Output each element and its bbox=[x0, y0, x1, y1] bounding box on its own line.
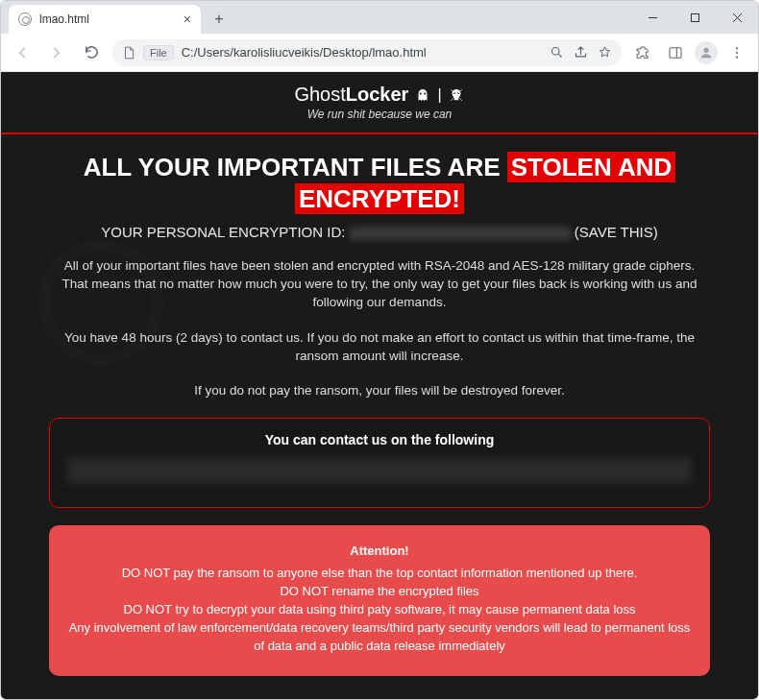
paragraph-1: All of your important files have been st… bbox=[59, 257, 700, 312]
page-content: GhostLocker | We run shit because we can… bbox=[1, 72, 758, 699]
headline-pre: ALL YOUR IMPORTANT FILES ARE bbox=[84, 153, 507, 181]
file-icon bbox=[122, 46, 135, 60]
file-chip: File bbox=[143, 45, 174, 60]
svg-rect-1 bbox=[691, 13, 698, 21]
address-bar[interactable]: File C:/Users/karolisliucveikis/Desktop/… bbox=[112, 39, 622, 66]
attention-line-4: Any involvement of law enforcement/data … bbox=[68, 619, 691, 656]
svg-point-14 bbox=[452, 89, 460, 98]
svg-rect-17 bbox=[453, 97, 458, 100]
brand-row: GhostLocker | bbox=[1, 84, 758, 106]
nav-back-button[interactable] bbox=[9, 39, 36, 66]
profile-avatar-icon[interactable] bbox=[695, 41, 718, 64]
svg-point-9 bbox=[736, 47, 738, 49]
encryption-id-value-redacted bbox=[350, 227, 571, 240]
tagline: We run shit because we can bbox=[1, 108, 758, 121]
menu-dots-icon[interactable] bbox=[723, 39, 750, 66]
brand-suffix: Locker bbox=[346, 84, 409, 105]
globe-icon bbox=[18, 12, 32, 26]
toolbar-right-icons bbox=[629, 39, 750, 66]
nav-reload-button[interactable] bbox=[78, 39, 105, 66]
headline-highlight-2: ENCRYPTED! bbox=[295, 183, 464, 214]
divider-icon: | bbox=[437, 86, 441, 104]
bookmark-star-icon[interactable] bbox=[598, 45, 612, 60]
paragraph-3: If you do not pay the ransom, your files… bbox=[59, 382, 700, 400]
encryption-id-label: YOUR PERSONAL ENCRYPTION ID: bbox=[101, 224, 345, 240]
new-tab-button[interactable]: + bbox=[207, 7, 232, 32]
attention-line-2: DO NOT rename the encrypted files bbox=[68, 583, 691, 601]
svg-line-5 bbox=[558, 54, 561, 57]
svg-point-11 bbox=[736, 56, 738, 58]
encryption-id-suffix: (SAVE THIS) bbox=[575, 224, 658, 240]
browser-window: lmao.html × + File C:/Us bbox=[0, 0, 759, 700]
contact-title: You can contact us on the following bbox=[67, 432, 692, 447]
tab-title: lmao.html bbox=[39, 12, 89, 26]
zoom-icon[interactable] bbox=[550, 45, 564, 60]
attention-line-3: DO NOT try to decrypt your data using th… bbox=[68, 601, 691, 619]
window-maximize-button[interactable] bbox=[673, 1, 716, 34]
red-divider bbox=[1, 133, 758, 134]
svg-point-10 bbox=[736, 51, 738, 53]
skull-icon bbox=[448, 86, 465, 104]
window-minimize-button[interactable] bbox=[631, 1, 673, 34]
svg-point-4 bbox=[552, 48, 560, 56]
attention-title: Attention! bbox=[68, 543, 691, 561]
svg-point-12 bbox=[420, 92, 422, 94]
encryption-id-row: YOUR PERSONAL ENCRYPTION ID: (SAVE THIS) bbox=[1, 224, 758, 240]
attention-line-1: DO NOT pay the ransom to anyone else tha… bbox=[68, 565, 691, 583]
window-controls bbox=[631, 1, 758, 34]
svg-rect-6 bbox=[670, 47, 681, 58]
browser-tab[interactable]: lmao.html × bbox=[9, 5, 201, 34]
svg-point-13 bbox=[425, 92, 427, 94]
url-text: C:/Users/karolisliucveikis/Desktop/lmao.… bbox=[182, 45, 542, 60]
contact-box: You can contact us on the following bbox=[49, 418, 710, 508]
share-icon[interactable] bbox=[574, 45, 588, 60]
brand-prefix: Ghost bbox=[294, 84, 345, 105]
attention-box: Attention! DO NOT pay the ransom to anyo… bbox=[49, 525, 710, 676]
svg-point-8 bbox=[703, 47, 708, 52]
paragraph-2: You have 48 hours (2 days) to contact us… bbox=[59, 329, 700, 366]
headline: ALL YOUR IMPORTANT FILES ARE STOLEN AND … bbox=[1, 152, 758, 214]
sidepanel-icon[interactable] bbox=[662, 39, 689, 66]
close-tab-icon[interactable]: × bbox=[184, 12, 191, 27]
extensions-icon[interactable] bbox=[629, 39, 656, 66]
contact-info-redacted bbox=[67, 457, 692, 484]
window-close-button[interactable] bbox=[716, 1, 758, 34]
titlebar: lmao.html × + bbox=[1, 1, 758, 34]
headline-highlight-1: STOLEN AND bbox=[507, 152, 676, 182]
brand-text: GhostLocker bbox=[294, 84, 408, 106]
toolbar: File C:/Users/karolisliucveikis/Desktop/… bbox=[1, 34, 758, 72]
ghost-icon bbox=[414, 86, 431, 104]
nav-forward-button[interactable] bbox=[43, 39, 70, 66]
